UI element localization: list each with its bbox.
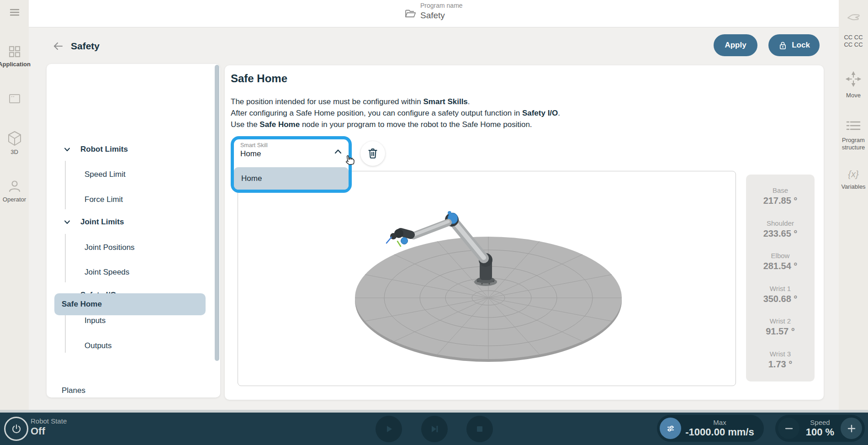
nav-label: Joint Positions xyxy=(85,243,135,252)
max-speed-pill: Max -1000.00 mm/s xyxy=(657,415,764,442)
sidebar-item-operator[interactable]: Operator xyxy=(0,179,29,203)
nav-item-safe-home[interactable]: Safe Home xyxy=(54,293,206,315)
speed-value: 100 % xyxy=(799,426,841,438)
nav-label: Outputs xyxy=(85,341,112,350)
joint-row-shoulder: Shoulder 233.65 ° xyxy=(746,219,815,239)
lock-button[interactable]: Lock xyxy=(768,34,820,56)
speed-increase-button[interactable] xyxy=(841,418,862,439)
program-name-block[interactable]: Program name Safety xyxy=(420,2,463,21)
skip-next-icon xyxy=(429,424,440,434)
nav-item-speed-limit[interactable]: Speed Limit xyxy=(47,164,220,185)
joint-value: 350.68 ° xyxy=(746,294,815,304)
delete-smart-skill-button[interactable] xyxy=(360,141,385,166)
robot-power-button[interactable] xyxy=(4,417,28,441)
top-bar: Program name Safety xyxy=(29,0,839,27)
robot-3d-scene xyxy=(238,171,736,386)
main-menu-button[interactable] xyxy=(0,6,29,18)
robot-state-label: Robot State xyxy=(31,417,67,425)
joint-value: 233.65 ° xyxy=(746,228,815,239)
apply-button[interactable]: Apply xyxy=(714,34,757,56)
trash-icon xyxy=(367,147,379,160)
play-button[interactable] xyxy=(376,416,402,442)
speed-settings-button[interactable] xyxy=(660,418,681,439)
program-structure-list-icon xyxy=(845,119,862,132)
smart-skill-field-value: Home xyxy=(240,149,349,159)
joint-value: 91.57 ° xyxy=(746,326,815,337)
nav-item-joint-limits[interactable]: Joint Limits xyxy=(47,212,220,232)
sidebar-label-operator: Operator xyxy=(3,196,26,203)
sidebar-item-move[interactable]: Move xyxy=(839,71,868,99)
sidebar-item-window[interactable] xyxy=(0,93,29,105)
nav-label: Planes xyxy=(62,386,85,395)
dropdown-option-home[interactable]: Home xyxy=(234,167,349,190)
joint-label: Base xyxy=(746,186,815,194)
sidebar-label-application: Application xyxy=(0,61,31,68)
sidebar-item-variables[interactable]: {x} Variables xyxy=(839,169,868,190)
nav-scrollbar[interactable] xyxy=(215,65,219,361)
program-name-value: Safety xyxy=(420,11,463,21)
nav-label: Safe Home xyxy=(62,300,102,309)
smart-skill-select-field[interactable]: Smart Skill Home xyxy=(234,139,349,164)
description-line-1: The position intended for use must be co… xyxy=(231,96,560,107)
section-description: The position intended for use must be co… xyxy=(231,96,560,130)
smart-skill-dropdown[interactable]: Smart Skill Home Home xyxy=(231,136,352,193)
safety-nav-card: Robot Limits Speed Limit Force Limit Joi… xyxy=(47,64,220,397)
speed-percent-pill: Speed 100 % xyxy=(775,415,865,442)
sidebar-item-application[interactable]: Application xyxy=(0,44,29,68)
apply-button-label: Apply xyxy=(725,41,746,50)
joint-value: 1.73 ° xyxy=(746,359,815,370)
step-button[interactable] xyxy=(421,416,448,442)
freedrive-button[interactable]: CC CC CC CC xyxy=(839,11,868,48)
joint-row-wrist2: Wrist 2 91.57 ° xyxy=(746,317,815,337)
left-sidebar: Application 3D Operator xyxy=(0,0,29,413)
plus-icon xyxy=(847,424,857,434)
nav-label: Joint Limits xyxy=(80,217,124,227)
joint-row-base: Base 217.85 ° xyxy=(746,186,815,206)
max-speed-label: Max xyxy=(682,419,757,426)
sidebar-label-3d: 3D xyxy=(11,148,18,155)
robot-3d-viewport[interactable] xyxy=(238,171,736,386)
joint-label: Shoulder xyxy=(746,219,815,227)
nav-label: Robot Limits xyxy=(80,145,128,154)
joint-row-wrist1: Wrist 1 350.68 ° xyxy=(746,285,815,304)
nav-item-robot-limits[interactable]: Robot Limits xyxy=(47,139,220,159)
max-speed-value: -1000.00 mm/s xyxy=(682,426,757,438)
program-folder-icon xyxy=(404,7,417,22)
stop-icon xyxy=(475,424,485,434)
joint-label: Wrist 1 xyxy=(746,285,815,292)
nav-item-joint-speeds[interactable]: Joint Speeds xyxy=(47,262,220,282)
smart-skill-field-label: Smart Skill xyxy=(240,142,349,148)
joint-label: Wrist 3 xyxy=(746,350,815,358)
freedrive-hand-icon xyxy=(846,11,861,26)
sidebar-item-3d[interactable]: 3D xyxy=(0,130,29,155)
sidebar-item-program-structure[interactable]: Program structure xyxy=(839,119,868,151)
speed-decrease-button[interactable] xyxy=(778,418,799,439)
joint-row-wrist3: Wrist 3 1.73 ° xyxy=(746,350,815,370)
stop-button[interactable] xyxy=(466,416,493,442)
robot-state-value: Off xyxy=(31,425,67,437)
cube-3d-icon xyxy=(7,130,22,147)
operator-person-icon xyxy=(7,179,22,194)
nav-item-force-limit[interactable]: Force Limit xyxy=(47,190,220,210)
joint-values-panel: Base 217.85 ° Shoulder 233.65 ° Elbow 28… xyxy=(746,175,815,381)
joint-row-elbow: Elbow 281.54 ° xyxy=(746,252,815,271)
back-button[interactable] xyxy=(51,39,65,54)
chevron-up-icon xyxy=(333,147,343,159)
lock-button-label: Lock xyxy=(792,41,810,50)
page-title: Safety xyxy=(71,41,100,52)
application-grid-icon xyxy=(7,44,22,59)
nav-label: Inputs xyxy=(85,316,106,325)
nav-item-planes[interactable]: Planes xyxy=(47,381,220,397)
nav-item-joint-positions[interactable]: Joint Positions xyxy=(47,238,220,258)
freedrive-label-line1: CC CC xyxy=(844,34,863,41)
joint-label: Elbow xyxy=(746,252,815,260)
nav-item-outputs[interactable]: Outputs xyxy=(47,336,220,356)
sidebar-label-program-structure-line2: structure xyxy=(842,144,865,151)
speed-label: Speed xyxy=(799,419,841,426)
sidebar-label-move: Move xyxy=(846,92,861,99)
sliders-icon xyxy=(665,423,676,434)
sidebar-label-variables: Variables xyxy=(841,183,865,190)
joint-value: 217.85 ° xyxy=(746,196,815,206)
freedrive-label-line2: CC CC xyxy=(844,41,863,48)
max-speed-block: Max -1000.00 mm/s xyxy=(682,419,757,438)
